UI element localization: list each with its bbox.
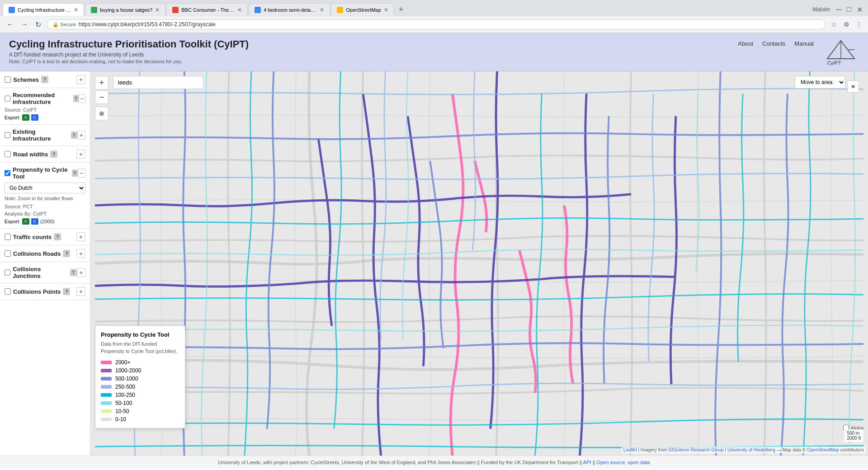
sidebar-section-title-schemes: Schemes ? — [5, 76, 48, 83]
map-attribution: Leaflet | Imagery from GIScience Researc… — [622, 446, 866, 453]
star-button[interactable]: ☆ — [828, 19, 839, 30]
tab-close-4[interactable]: ✕ — [320, 7, 324, 13]
leaflet-link[interactable]: Leaflet — [623, 447, 637, 452]
sidebar-section-header-schemes[interactable]: Schemes ? + — [5, 75, 85, 84]
tab-3[interactable]: BBC Consumer - The ho... ✕ — [166, 3, 248, 16]
app-note: Note: CyIPT is a tool to aid decision-ma… — [9, 59, 249, 64]
reload-button[interactable]: ↻ — [33, 19, 44, 30]
zoom-out-button[interactable]: − — [95, 90, 108, 104]
address-bar: ← → ↻ 🔒 Secure https://www.cyipt.bike/pc… — [0, 16, 868, 33]
tab-4[interactable]: 4 bedroom semi-detach... ✕ — [249, 3, 330, 16]
collisions-points-checkbox[interactable] — [5, 288, 11, 295]
api-link[interactable]: API — [583, 460, 593, 465]
legend-items: 2000+ 1000-2000 500-1000 250-500 100-250 — [101, 359, 179, 423]
sidebar-section-schemes: Schemes ? + — [0, 71, 90, 88]
collisions-points-expand-btn[interactable]: + — [76, 287, 85, 296]
sidebar-section-header-collisions-junctions[interactable]: Collisions Junctions ? + — [5, 266, 85, 279]
forward-button[interactable]: → — [18, 19, 31, 29]
schemes-expand-btn[interactable]: + — [76, 75, 85, 84]
new-tab-button[interactable]: + — [397, 5, 406, 14]
collisions-roads-help[interactable]: ? — [63, 250, 70, 257]
collisions-junctions-help[interactable]: ? — [70, 269, 77, 276]
tab-1[interactable]: Cycling Infrastructure Pr... ✕ — [3, 3, 84, 16]
existing-help[interactable]: ? — [71, 132, 77, 139]
tab-close-3[interactable]: ✕ — [237, 7, 242, 13]
pct-help[interactable]: ? — [72, 169, 78, 177]
sidebar-section-header-roadwidths[interactable]: Road widths ? + — [5, 150, 85, 159]
map-area[interactable]: + − ⊕ ≡ Move to area: Leeds Manchester S… — [90, 71, 868, 456]
tab-close-2[interactable]: ✕ — [155, 7, 160, 13]
sidebar-section-title-recommended: Recommended infrastructure ? — [5, 92, 79, 105]
osm-link[interactable]: OpenStreetMap — [807, 447, 839, 452]
layers-button[interactable]: ≡ — [847, 80, 859, 93]
tab-close-1[interactable]: ✕ — [74, 7, 78, 13]
opensource-link[interactable]: Open source, open data — [596, 460, 650, 465]
sidebar-section-header-traffic[interactable]: Traffic counts ? + — [5, 232, 85, 241]
tab-close-5[interactable]: ✕ — [384, 7, 388, 13]
sidebar-section-header-recommended[interactable]: Recommended infrastructure ? − — [5, 92, 85, 105]
about-link[interactable]: About — [738, 40, 753, 47]
recommended-export-csv-icon[interactable]: C — [31, 114, 38, 121]
sidebar-section-header-collisions-roads[interactable]: Collisions Roads ? + — [5, 249, 85, 258]
roadwidths-checkbox[interactable] — [5, 151, 11, 157]
collisions-roads-expand-btn[interactable]: + — [76, 249, 85, 258]
map-controls: + − ⊕ — [95, 76, 108, 120]
pct-analysis: Analysis By: CyIPT — [5, 211, 85, 216]
footer-text: University of Leeds, with project partne… — [218, 460, 650, 465]
traffic-checkbox[interactable] — [5, 234, 11, 240]
schemes-help[interactable]: ? — [41, 76, 48, 83]
app-footer: University of Leeds, with project partne… — [0, 456, 868, 468]
recommended-export-row: Export: X C — [5, 114, 85, 121]
zoom-in-button[interactable]: + — [95, 76, 108, 89]
recommended-checkbox[interactable] — [5, 95, 10, 102]
sidebar-section-header-collisions-points[interactable]: Collisions Points ? + — [5, 287, 85, 296]
tab-5[interactable]: OpenStreetMap ✕ — [331, 3, 394, 16]
pct-export-xlsx-icon[interactable]: X — [22, 218, 29, 225]
recommended-expand-btn[interactable]: − — [79, 94, 85, 103]
schemes-checkbox[interactable] — [5, 76, 11, 83]
legend-label-3: 250-500 — [115, 384, 135, 390]
logo-area: CyIPT — [823, 38, 859, 66]
traffic-expand-btn[interactable]: + — [76, 232, 85, 241]
recommended-export-xlsx-icon[interactable]: X — [22, 114, 29, 121]
recommended-help[interactable]: ? — [73, 95, 78, 102]
giscience-link[interactable]: GIScience Research Group — [669, 447, 724, 452]
menu-button[interactable]: ⋮ — [854, 19, 864, 30]
search-input[interactable] — [113, 76, 203, 89]
pct-checkbox[interactable] — [5, 170, 10, 176]
contacts-link[interactable]: Contacts — [762, 40, 785, 47]
existing-checkbox[interactable] — [5, 132, 10, 138]
collisions-roads-checkbox[interactable] — [5, 250, 11, 257]
roadwidths-help[interactable]: ? — [50, 150, 57, 158]
tab-2[interactable]: buying a house satges? ✕ — [85, 3, 165, 16]
sidebar-section-header-pct[interactable]: Propensity to Cycle Tool ? − — [5, 166, 85, 180]
move-area-dropdown[interactable]: Move to area: Leeds Manchester Sheffield — [795, 76, 845, 89]
back-button[interactable]: ← — [4, 19, 16, 29]
heidelberg-link[interactable]: University of Heidelberg — [727, 447, 775, 452]
sidebar-section-traffic: Traffic counts ? + — [0, 229, 90, 245]
extensions-button[interactable]: ⚙ — [841, 19, 852, 30]
sidebar-section-title-collisions-roads: Collisions Roads ? — [5, 250, 70, 257]
collisions-points-help[interactable]: ? — [63, 288, 70, 295]
legend-color-0 — [101, 361, 112, 364]
pct-export-csv-icon[interactable]: C — [31, 218, 38, 225]
sidebar-section-header-existing[interactable]: Existing infrastructure ? + — [5, 128, 85, 142]
maximize-button[interactable]: □ — [844, 5, 854, 14]
pct-scenario-dropdown[interactable]: Go Dutch Census 2011 Government Target E… — [5, 183, 85, 193]
scale-500m: 500 m — [847, 431, 861, 436]
collisions-junctions-expand-btn[interactable]: + — [77, 268, 85, 277]
manual-link[interactable]: Manual — [794, 40, 814, 47]
traffic-help[interactable]: ? — [54, 233, 61, 240]
collisions-junctions-checkbox[interactable] — [5, 269, 10, 276]
minimize-button[interactable]: ─ — [834, 5, 844, 14]
url-bar[interactable]: 🔒 Secure https://www.cyipt.bike/pct/#15/… — [47, 19, 826, 29]
locate-button[interactable]: ⊕ — [95, 107, 108, 120]
legend-color-6 — [101, 409, 112, 413]
close-window-button[interactable]: ✕ — [854, 5, 865, 15]
pct-expand-btn[interactable]: − — [78, 169, 85, 178]
map-svg — [90, 71, 868, 456]
roadwidths-expand-btn[interactable]: + — [76, 150, 85, 159]
recommended-label: Recommended infrastructure — [13, 92, 71, 105]
legend-color-4 — [101, 393, 112, 397]
existing-expand-btn[interactable]: + — [77, 131, 85, 140]
